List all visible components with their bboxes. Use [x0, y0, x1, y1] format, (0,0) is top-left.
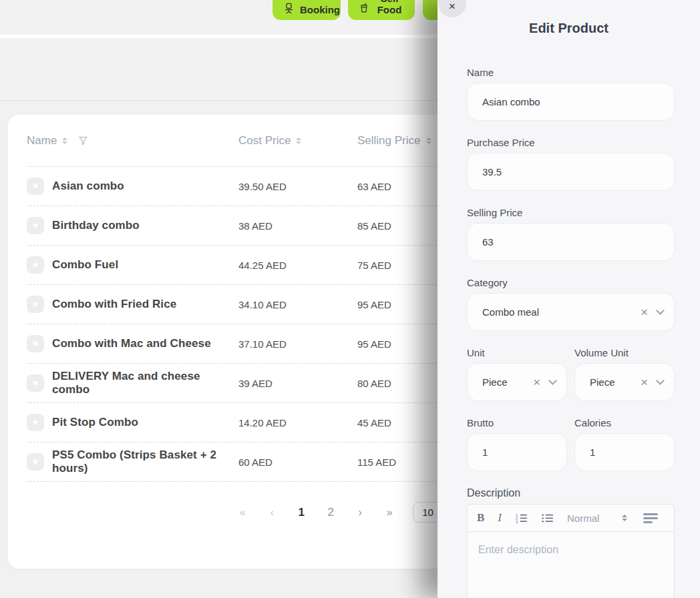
- product-name: Combo with Mac and Cheese: [52, 337, 211, 350]
- favorite-star-button[interactable]: ★: [27, 178, 44, 195]
- chevron-down-icon: [656, 376, 665, 385]
- purchase-price-field-label: Purchase Price: [467, 137, 675, 148]
- column-header-selling-label: Selling Price: [357, 134, 421, 147]
- category-select[interactable]: Combo meal ×: [467, 293, 675, 331]
- align-icon[interactable]: [643, 513, 658, 523]
- cost-price-cell: 14.20 AED: [238, 417, 357, 428]
- product-name: Combo Fuel: [52, 258, 118, 272]
- star-icon: ★: [31, 260, 39, 270]
- name-field-label: Name: [467, 67, 675, 78]
- cost-price-cell: 39 AED: [238, 378, 357, 389]
- star-icon: ★: [31, 417, 39, 427]
- chevron-down-icon: [548, 376, 557, 385]
- filter-icon[interactable]: [78, 135, 88, 145]
- pagination-page-2[interactable]: 2: [325, 506, 337, 519]
- category-field-label: Category: [467, 277, 675, 288]
- booking-button-label: Booking: [300, 4, 340, 15]
- sort-icon: [426, 137, 431, 144]
- sort-icon: [62, 137, 67, 144]
- favorite-star-button[interactable]: ★: [27, 296, 44, 313]
- brutto-input[interactable]: [467, 433, 567, 471]
- edit-product-form: Name Purchase Price Selling Price Catego…: [467, 67, 675, 598]
- favorite-star-button[interactable]: ★: [27, 453, 44, 471]
- unit-field-label: Unit: [467, 347, 567, 358]
- description-field-label: Description: [467, 487, 675, 499]
- close-icon: ×: [449, 0, 456, 13]
- pagination-prev-button[interactable]: ‹: [266, 507, 278, 519]
- svg-text:3: 3: [516, 520, 518, 524]
- sell-food-button[interactable]: Sell Food: [348, 0, 415, 20]
- drawer-title: Edit Product: [437, 21, 700, 36]
- star-icon: ★: [31, 220, 39, 230]
- column-header-cost[interactable]: Cost Price: [238, 134, 357, 147]
- name-input[interactable]: [467, 83, 675, 121]
- column-header-cost-label: Cost Price: [238, 134, 291, 147]
- bold-button[interactable]: B: [477, 511, 484, 525]
- cost-price-cell: 60 AED: [238, 457, 357, 468]
- selling-price-field-label: Selling Price: [467, 207, 675, 218]
- purchase-price-input[interactable]: [467, 153, 675, 191]
- unit-select-value: Piece: [482, 376, 533, 388]
- pagination-page-1[interactable]: 1: [295, 506, 307, 519]
- product-name: DELIVERY Mac and cheese combo: [52, 370, 238, 396]
- sort-icon: [296, 137, 301, 144]
- product-name: Asian combo: [52, 180, 124, 193]
- calories-input[interactable]: [574, 433, 675, 471]
- bullet-list-icon[interactable]: [541, 512, 554, 525]
- volume-unit-select[interactable]: Piece ×: [574, 363, 675, 401]
- sell-food-button-label: Sell Food: [375, 0, 404, 15]
- description-placeholder: Enter description: [478, 544, 558, 555]
- chair-icon: [283, 3, 295, 15]
- product-name: Combo with Fried Rice: [52, 298, 176, 311]
- italic-button[interactable]: I: [498, 511, 502, 525]
- favorite-star-button[interactable]: ★: [27, 374, 44, 392]
- column-header-name-label: Name: [27, 134, 57, 147]
- description-input[interactable]: Enter description: [468, 532, 674, 598]
- product-name: Birthday combo: [52, 219, 140, 232]
- booking-button[interactable]: Booking: [273, 0, 341, 20]
- star-icon: ★: [31, 299, 39, 309]
- volume-unit-select-value: Piece: [590, 376, 641, 388]
- format-select[interactable]: Normal: [567, 513, 627, 524]
- cost-price-cell: 34.10 AED: [238, 299, 357, 310]
- star-icon: ★: [31, 181, 39, 191]
- volume-unit-field-label: Volume Unit: [574, 347, 675, 358]
- favorite-star-button[interactable]: ★: [27, 414, 44, 431]
- favorite-star-button[interactable]: ★: [27, 217, 44, 234]
- pagination-next-button[interactable]: ›: [354, 507, 366, 519]
- cost-price-cell: 37.10 AED: [238, 338, 357, 350]
- product-name: Pit Stop Combo: [52, 416, 138, 429]
- pagination-first-button[interactable]: «: [236, 507, 248, 519]
- pagination-last-button[interactable]: »: [383, 507, 395, 519]
- star-icon: ★: [31, 378, 39, 388]
- unit-select[interactable]: Piece ×: [467, 363, 567, 401]
- description-editor: B I 123 Normal Enter description: [467, 504, 675, 598]
- cost-price-cell: 39.50 AED: [238, 181, 357, 192]
- editor-toolbar: B I 123 Normal: [468, 505, 674, 532]
- close-drawer-button[interactable]: ×: [438, 0, 466, 17]
- selling-price-input[interactable]: [467, 223, 675, 261]
- edit-product-drawer: × Edit Product Name Purchase Price Selli…: [437, 0, 700, 598]
- brutto-field-label: Brutto: [467, 417, 567, 428]
- product-name: PS5 Combo (Strips Basket + 2 hours): [52, 448, 238, 475]
- ordered-list-icon[interactable]: 123: [515, 512, 528, 525]
- favorite-star-button[interactable]: ★: [27, 256, 44, 274]
- clear-icon[interactable]: ×: [533, 376, 540, 388]
- clear-icon[interactable]: ×: [641, 306, 648, 318]
- cost-price-cell: 38 AED: [238, 220, 357, 232]
- category-select-value: Combo meal: [482, 306, 641, 318]
- column-header-name[interactable]: Name: [27, 134, 238, 147]
- cup-icon: [359, 3, 369, 15]
- cost-price-cell: 44.25 AED: [238, 260, 357, 271]
- star-icon: ★: [31, 457, 39, 467]
- clear-icon[interactable]: ×: [641, 376, 648, 388]
- format-select-arrows-icon: [622, 515, 627, 521]
- star-icon: ★: [31, 338, 39, 348]
- chevron-down-icon: [656, 306, 665, 315]
- calories-field-label: Calories: [574, 417, 675, 428]
- favorite-star-button[interactable]: ★: [27, 335, 44, 352]
- format-select-value: Normal: [567, 513, 599, 524]
- page-size-value: 10: [422, 507, 433, 518]
